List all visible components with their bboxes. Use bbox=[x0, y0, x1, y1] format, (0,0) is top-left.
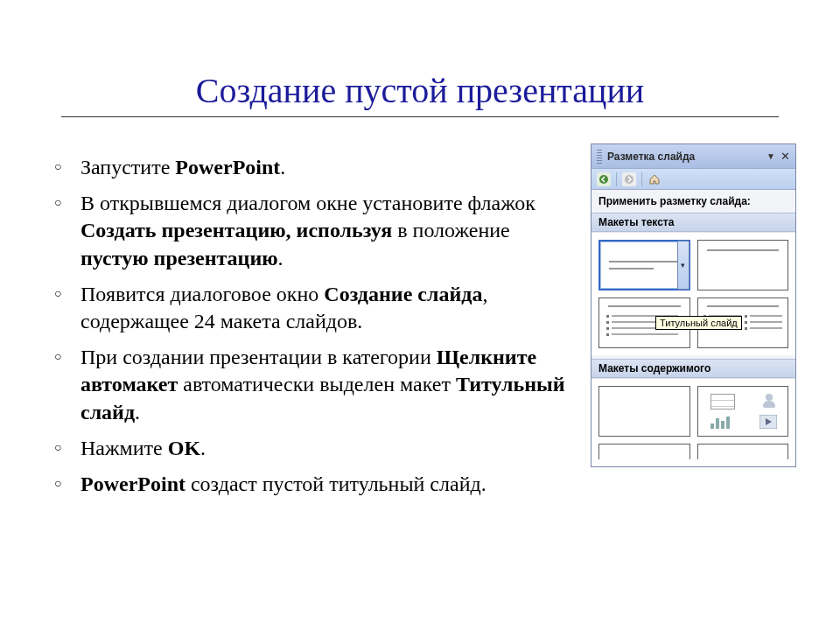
layout-partial[interactable] bbox=[598, 444, 690, 459]
bullet-marker-icon: ○ bbox=[54, 190, 80, 216]
svg-point-1 bbox=[625, 175, 634, 184]
layout-blank[interactable] bbox=[598, 386, 690, 437]
bullet-marker-icon: ○ bbox=[54, 281, 80, 307]
bullet-marker-icon: ○ bbox=[54, 435, 80, 461]
arrow-left-icon bbox=[599, 175, 608, 184]
list-item-text: PowerPoint создаст пустой титульный слай… bbox=[80, 471, 486, 498]
task-pane: Разметка слайда ▼ ✕ Применит bbox=[591, 144, 796, 467]
list-item-text: В открывшемся диалогом окне установите ф… bbox=[80, 190, 582, 272]
bullet-marker-icon: ○ bbox=[54, 344, 80, 370]
list-item: ○ Запустите PowerPoint. bbox=[44, 154, 582, 181]
list-item-text: При создании презентации в категории Щел… bbox=[80, 344, 582, 426]
list-item-text: Запустите PowerPoint. bbox=[80, 154, 285, 181]
section-text-layouts: Макеты текста bbox=[592, 213, 795, 232]
layout-title-bullets[interactable]: Титульный слайд bbox=[598, 298, 690, 348]
back-button[interactable] bbox=[597, 172, 611, 186]
list-item-text: Появится диалоговое окно Создание слайда… bbox=[80, 281, 582, 335]
arrow-right-icon bbox=[625, 175, 634, 184]
layout-partial[interactable] bbox=[697, 444, 789, 459]
slide-body: ○ Запустите PowerPoint. ○ В открывшемся … bbox=[44, 144, 796, 507]
bullet-list: ○ Запустите PowerPoint. ○ В открывшемся … bbox=[44, 144, 582, 507]
separator bbox=[641, 172, 642, 186]
list-item: ○ В открывшемся диалогом окне установите… bbox=[44, 190, 582, 272]
bullet-marker-icon: ○ bbox=[54, 471, 80, 497]
home-icon bbox=[648, 173, 661, 186]
layout-content[interactable] bbox=[697, 386, 789, 437]
section-content-layouts: Макеты содержимого bbox=[592, 359, 795, 378]
grip-icon bbox=[597, 150, 602, 164]
forward-button[interactable] bbox=[622, 172, 636, 186]
svg-point-0 bbox=[599, 175, 608, 184]
layout-title-only[interactable] bbox=[697, 240, 789, 290]
separator bbox=[616, 172, 617, 186]
media-icon bbox=[760, 415, 777, 429]
task-pane-header: Разметка слайда ▼ ✕ bbox=[592, 144, 795, 169]
layout-title-slide[interactable]: ▾ bbox=[598, 240, 690, 290]
task-pane-title: Разметка слайда bbox=[607, 150, 761, 163]
close-icon[interactable]: ✕ bbox=[780, 150, 790, 163]
list-item: ○ Нажмите OK. bbox=[44, 435, 582, 462]
task-pane-nav bbox=[592, 169, 795, 190]
list-item-text: Нажмите OK. bbox=[80, 435, 206, 462]
home-button[interactable] bbox=[648, 172, 662, 186]
list-item: ○ При создании презентации в категории Щ… bbox=[44, 344, 582, 426]
dropdown-icon[interactable]: ▼ bbox=[766, 151, 775, 161]
slide: Создание пустой презентации ○ Запустите … bbox=[0, 0, 840, 507]
text-layouts-grid: ▾ Титульный слайд bbox=[592, 232, 795, 355]
list-item: ○ PowerPoint создаст пустой титульный сл… bbox=[44, 471, 582, 498]
apply-layout-label: Применить разметку слайда: bbox=[592, 190, 795, 209]
tooltip: Титульный слайд bbox=[655, 316, 742, 330]
bullet-marker-icon: ○ bbox=[54, 154, 80, 180]
content-layouts-grid bbox=[592, 378, 795, 466]
chevron-down-icon[interactable]: ▾ bbox=[677, 241, 690, 290]
slide-title: Создание пустой презентации bbox=[61, 70, 779, 117]
list-item: ○ Появится диалоговое окно Создание слай… bbox=[44, 281, 582, 335]
